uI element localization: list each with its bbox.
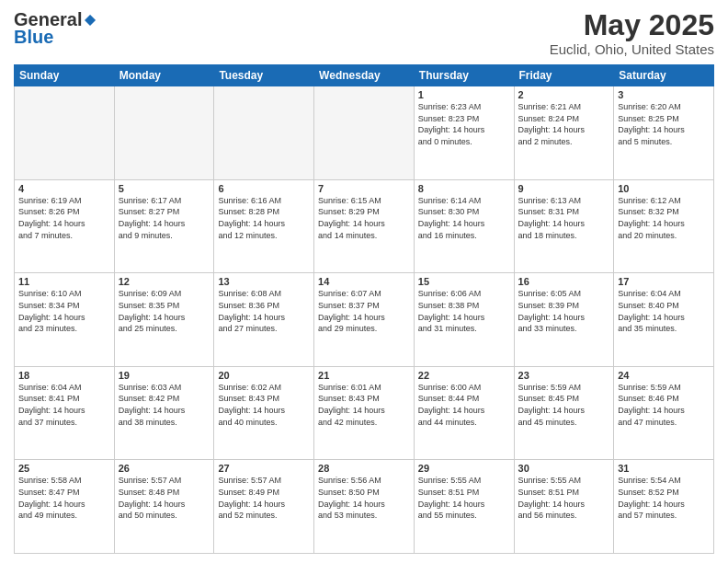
calendar-cell: 5Sunrise: 6:17 AM Sunset: 8:27 PM Daylig… (114, 179, 214, 273)
col-header-thursday: Thursday (414, 65, 514, 86)
calendar-cell: 2Sunrise: 6:21 AM Sunset: 8:24 PM Daylig… (514, 86, 614, 180)
calendar-cell: 7Sunrise: 6:15 AM Sunset: 8:29 PM Daylig… (314, 179, 415, 273)
day-info: Sunrise: 6:01 AM Sunset: 8:43 PM Dayligh… (318, 382, 410, 428)
day-number: 5 (119, 183, 210, 194)
day-number: 14 (318, 276, 410, 287)
day-info: Sunrise: 6:06 AM Sunset: 8:38 PM Dayligh… (418, 288, 510, 334)
day-number: 13 (218, 276, 310, 287)
col-header-sunday: Sunday (15, 65, 115, 86)
svg-marker-1 (90, 15, 96, 20)
calendar-cell: 25Sunrise: 5:58 AM Sunset: 8:47 PM Dayli… (15, 460, 115, 554)
day-number: 10 (618, 183, 710, 194)
day-number: 22 (418, 370, 510, 381)
day-info: Sunrise: 5:54 AM Sunset: 8:52 PM Dayligh… (618, 475, 710, 521)
calendar-cell: 16Sunrise: 6:05 AM Sunset: 8:39 PM Dayli… (514, 273, 614, 367)
calendar-cell: 18Sunrise: 6:04 AM Sunset: 8:41 PM Dayli… (15, 366, 115, 460)
day-info: Sunrise: 5:58 AM Sunset: 8:47 PM Dayligh… (18, 475, 110, 521)
subtitle: Euclid, Ohio, United States (550, 41, 714, 57)
calendar-cell: 17Sunrise: 6:04 AM Sunset: 8:40 PM Dayli… (614, 273, 714, 367)
logo: General Blue (14, 9, 98, 48)
day-info: Sunrise: 6:09 AM Sunset: 8:35 PM Dayligh… (119, 288, 210, 334)
day-number: 11 (18, 276, 110, 287)
calendar-cell: 22Sunrise: 6:00 AM Sunset: 8:44 PM Dayli… (414, 366, 514, 460)
day-info: Sunrise: 5:55 AM Sunset: 8:51 PM Dayligh… (518, 475, 610, 521)
day-number: 24 (618, 370, 710, 381)
day-info: Sunrise: 6:07 AM Sunset: 8:37 PM Dayligh… (318, 288, 410, 334)
day-info: Sunrise: 6:03 AM Sunset: 8:42 PM Dayligh… (119, 382, 210, 428)
calendar-cell: 27Sunrise: 5:57 AM Sunset: 8:49 PM Dayli… (214, 460, 314, 554)
day-info: Sunrise: 6:12 AM Sunset: 8:32 PM Dayligh… (618, 195, 710, 241)
calendar-cell: 14Sunrise: 6:07 AM Sunset: 8:37 PM Dayli… (314, 273, 415, 367)
col-header-wednesday: Wednesday (314, 65, 415, 86)
day-number: 2 (518, 89, 610, 100)
logo-blue: Blue (14, 27, 53, 48)
day-info: Sunrise: 6:04 AM Sunset: 8:41 PM Dayligh… (18, 382, 110, 428)
calendar-cell: 15Sunrise: 6:06 AM Sunset: 8:38 PM Dayli… (414, 273, 514, 367)
day-info: Sunrise: 5:57 AM Sunset: 8:48 PM Dayligh… (119, 475, 210, 521)
day-number: 19 (119, 370, 210, 381)
day-info: Sunrise: 6:02 AM Sunset: 8:43 PM Dayligh… (218, 382, 310, 428)
day-number: 28 (318, 463, 410, 474)
calendar-cell: 3Sunrise: 6:20 AM Sunset: 8:25 PM Daylig… (614, 86, 714, 180)
day-info: Sunrise: 6:00 AM Sunset: 8:44 PM Dayligh… (418, 382, 510, 428)
week-row-4: 18Sunrise: 6:04 AM Sunset: 8:41 PM Dayli… (15, 366, 714, 460)
day-number: 30 (518, 463, 610, 474)
day-info: Sunrise: 6:05 AM Sunset: 8:39 PM Dayligh… (518, 288, 610, 334)
calendar-cell: 26Sunrise: 5:57 AM Sunset: 8:48 PM Dayli… (114, 460, 214, 554)
day-info: Sunrise: 5:59 AM Sunset: 8:45 PM Dayligh… (518, 382, 610, 428)
logo-icon (83, 13, 97, 28)
day-number: 1 (418, 89, 510, 100)
calendar-cell: 31Sunrise: 5:54 AM Sunset: 8:52 PM Dayli… (614, 460, 714, 554)
day-number: 18 (18, 370, 110, 381)
day-number: 31 (618, 463, 710, 474)
day-info: Sunrise: 6:16 AM Sunset: 8:28 PM Dayligh… (218, 195, 310, 241)
week-row-1: 1Sunrise: 6:23 AM Sunset: 8:23 PM Daylig… (15, 86, 714, 180)
calendar-cell: 8Sunrise: 6:14 AM Sunset: 8:30 PM Daylig… (414, 179, 514, 273)
day-number: 25 (18, 463, 110, 474)
col-header-tuesday: Tuesday (214, 65, 314, 86)
col-header-monday: Monday (114, 65, 214, 86)
day-info: Sunrise: 6:19 AM Sunset: 8:26 PM Dayligh… (18, 195, 110, 241)
calendar-cell: 1Sunrise: 6:23 AM Sunset: 8:23 PM Daylig… (414, 86, 514, 180)
day-number: 21 (318, 370, 410, 381)
calendar-cell: 29Sunrise: 5:55 AM Sunset: 8:51 PM Dayli… (414, 460, 514, 554)
day-info: Sunrise: 6:21 AM Sunset: 8:24 PM Dayligh… (518, 101, 610, 147)
calendar-cell: 13Sunrise: 6:08 AM Sunset: 8:36 PM Dayli… (214, 273, 314, 367)
week-row-3: 11Sunrise: 6:10 AM Sunset: 8:34 PM Dayli… (15, 273, 714, 367)
day-info: Sunrise: 6:23 AM Sunset: 8:23 PM Dayligh… (418, 101, 510, 147)
day-number: 26 (119, 463, 210, 474)
day-info: Sunrise: 6:14 AM Sunset: 8:30 PM Dayligh… (418, 195, 510, 241)
day-number: 20 (218, 370, 310, 381)
calendar-cell: 19Sunrise: 6:03 AM Sunset: 8:42 PM Dayli… (114, 366, 214, 460)
calendar-cell: 11Sunrise: 6:10 AM Sunset: 8:34 PM Dayli… (15, 273, 115, 367)
calendar-cell: 30Sunrise: 5:55 AM Sunset: 8:51 PM Dayli… (514, 460, 614, 554)
day-info: Sunrise: 5:56 AM Sunset: 8:50 PM Dayligh… (318, 475, 410, 521)
day-number: 9 (518, 183, 610, 194)
day-info: Sunrise: 6:17 AM Sunset: 8:27 PM Dayligh… (119, 195, 210, 241)
day-number: 12 (119, 276, 210, 287)
day-info: Sunrise: 5:59 AM Sunset: 8:46 PM Dayligh… (618, 382, 710, 428)
day-info: Sunrise: 6:20 AM Sunset: 8:25 PM Dayligh… (618, 101, 710, 147)
week-row-5: 25Sunrise: 5:58 AM Sunset: 8:47 PM Dayli… (15, 460, 714, 554)
title-block: May 2025 Euclid, Ohio, United States (550, 9, 714, 57)
day-info: Sunrise: 5:55 AM Sunset: 8:51 PM Dayligh… (418, 475, 510, 521)
day-number: 15 (418, 276, 510, 287)
calendar-cell: 24Sunrise: 5:59 AM Sunset: 8:46 PM Dayli… (614, 366, 714, 460)
day-number: 23 (518, 370, 610, 381)
calendar-cell (15, 86, 115, 180)
calendar-cell (214, 86, 314, 180)
calendar-cell: 6Sunrise: 6:16 AM Sunset: 8:28 PM Daylig… (214, 179, 314, 273)
day-info: Sunrise: 6:15 AM Sunset: 8:29 PM Dayligh… (318, 195, 410, 241)
day-number: 17 (618, 276, 710, 287)
calendar-cell (314, 86, 415, 180)
day-number: 16 (518, 276, 610, 287)
day-info: Sunrise: 6:10 AM Sunset: 8:34 PM Dayligh… (18, 288, 110, 334)
calendar-cell: 21Sunrise: 6:01 AM Sunset: 8:43 PM Dayli… (314, 366, 415, 460)
calendar-table: SundayMondayTuesdayWednesdayThursdayFrid… (14, 64, 714, 554)
day-number: 4 (18, 183, 110, 194)
calendar-cell (114, 86, 214, 180)
calendar-cell: 10Sunrise: 6:12 AM Sunset: 8:32 PM Dayli… (614, 179, 714, 273)
calendar-cell: 9Sunrise: 6:13 AM Sunset: 8:31 PM Daylig… (514, 179, 614, 273)
col-header-friday: Friday (514, 65, 614, 86)
day-number: 6 (218, 183, 310, 194)
